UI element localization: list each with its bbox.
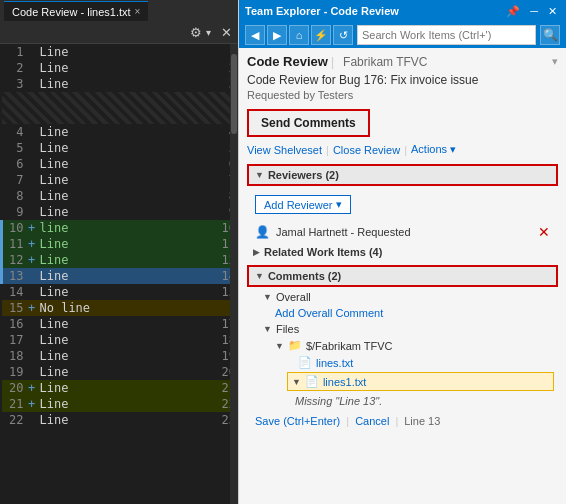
close-review-link[interactable]: Close Review (333, 144, 400, 156)
table-row: 3 Line 3 (2, 76, 239, 92)
te-pin-icon[interactable]: 📌 (503, 4, 523, 19)
line-number-left: 19 (2, 364, 26, 380)
line-content: Line (38, 236, 215, 252)
file1-icon: 📄 (298, 356, 312, 369)
line-content: Line (38, 380, 215, 396)
line-content: Line (38, 268, 215, 284)
files-expand-icon[interactable]: ▼ (263, 324, 272, 334)
table-row: 9 Line 9 (2, 204, 239, 220)
te-nav-buttons: ◀ ▶ ⌂ ⚡ ↺ (245, 25, 353, 45)
team-explorer-panel: Team Explorer - Code Review 📌 ─ ✕ ◀ ▶ ⌂ … (238, 0, 566, 504)
line-content: Line (38, 156, 215, 172)
file2-expand-icon[interactable]: ▼ (292, 377, 301, 387)
table-row: 7 Line 7 (2, 172, 239, 188)
te-close-header-icon[interactable]: ✕ (545, 4, 560, 19)
file2-label[interactable]: lines1.txt (323, 376, 366, 388)
editor-close-icon[interactable]: ✕ (219, 23, 234, 42)
code-table: 1 Line 1 2 Line 2 3 Line 3 4 Line 4 5 Li… (0, 44, 238, 428)
overall-row: ▼ Overall (247, 289, 558, 305)
editor-tab-active[interactable]: Code Review - lines1.txt × (4, 1, 148, 21)
table-row: 14 Line 15 (2, 284, 239, 300)
line-content: Line (38, 364, 215, 380)
reviewers-content: Add Reviewer ▾ 👤 Jamal Hartnett - Reques… (247, 188, 558, 243)
te-home-button[interactable]: ⌂ (289, 25, 309, 45)
line-number-left: 6 (2, 156, 26, 172)
comment-save-link[interactable]: Save (Ctrl+Enter) (255, 415, 340, 427)
te-forward-button[interactable]: ▶ (267, 25, 287, 45)
reviewer-remove-button[interactable]: ✕ (538, 224, 550, 240)
table-row: 10 + line 10 (2, 220, 239, 236)
send-comments-button[interactable]: Send Comments (247, 109, 370, 137)
reviewer-row: 👤 Jamal Hartnett - Requested ✕ (247, 221, 558, 243)
line-indicator (26, 44, 38, 60)
cr-description: Code Review for Bug 176: Fix invoice iss… (247, 73, 558, 87)
editor-toolbar: ⚙ ▾ ✕ (0, 22, 238, 44)
table-row: 2 Line 2 (2, 60, 239, 76)
reviewers-expand-icon: ▼ (255, 170, 264, 180)
line-number-left: 4 (2, 124, 26, 140)
search-button[interactable]: 🔍 (540, 25, 560, 45)
te-search-bar: ◀ ▶ ⌂ ⚡ ↺ 🔍 (239, 22, 566, 48)
te-title: Team Explorer - Code Review (245, 5, 399, 17)
vertical-scrollbar[interactable] (230, 44, 238, 504)
line-content: Line (38, 252, 215, 268)
tab-label: Code Review - lines1.txt (12, 6, 131, 18)
te-minimize-icon[interactable]: ─ (527, 4, 541, 18)
settings-dropdown-icon[interactable]: ▾ (206, 27, 211, 38)
line-number-left: 5 (2, 140, 26, 156)
file1-label[interactable]: lines.txt (316, 357, 353, 369)
line-number-left: 11 (2, 236, 26, 252)
table-row: 22 Line 23 (2, 412, 239, 428)
line-indicator (26, 412, 38, 428)
related-work-items-header[interactable]: ▶ Related Work Items (4) (247, 243, 558, 261)
line-indicator (26, 364, 38, 380)
actions-dropdown[interactable]: Actions ▾ (411, 143, 456, 156)
te-connect-button[interactable]: ⚡ (311, 25, 331, 45)
search-work-items-input[interactable] (357, 25, 536, 45)
line-number-left: 13 (2, 268, 26, 284)
line-content: Line (38, 412, 215, 428)
cr-title: Code Review (247, 54, 328, 69)
overall-label: Overall (276, 291, 311, 303)
line-indicator: + (26, 396, 38, 412)
comment-cancel-link[interactable]: Cancel (355, 415, 389, 427)
reviewers-section-header[interactable]: ▼ Reviewers (2) (247, 164, 558, 186)
comments-section-header[interactable]: ▼ Comments (2) (247, 265, 558, 287)
line-number-left: 14 (2, 284, 26, 300)
table-row: 12 + Line 12 (2, 252, 239, 268)
cr-dropdown-icon[interactable]: ▾ (552, 55, 558, 68)
add-overall-comment-link[interactable]: Add Overall Comment (275, 307, 383, 319)
reviewers-title: Reviewers (2) (268, 169, 339, 181)
line-indicator (26, 268, 38, 284)
tab-close-icon[interactable]: × (135, 7, 141, 17)
table-row: 1 Line 1 (2, 44, 239, 60)
te-header: Team Explorer - Code Review 📌 ─ ✕ (239, 0, 566, 22)
comments-expand-icon: ▼ (255, 271, 264, 281)
folder-expand-icon[interactable]: ▼ (275, 341, 284, 351)
view-shelveset-link[interactable]: View Shelveset (247, 144, 322, 156)
te-back-button[interactable]: ◀ (245, 25, 265, 45)
add-reviewer-button[interactable]: Add Reviewer ▾ (255, 195, 351, 214)
files-label: Files (276, 323, 299, 335)
line-number-left: 2 (2, 60, 26, 76)
table-row: 17 Line 18 (2, 332, 239, 348)
line-indicator (26, 284, 38, 300)
overall-expand-icon[interactable]: ▼ (263, 292, 272, 302)
line-content: line (38, 220, 215, 236)
line-number-left: 17 (2, 332, 26, 348)
line-indicator: + (26, 236, 38, 252)
action-links: View Shelveset | Close Review | Actions … (247, 143, 558, 156)
add-overall-comment-row: Add Overall Comment (247, 305, 558, 321)
table-row: 19 Line 20 (2, 364, 239, 380)
gear-icon[interactable]: ⚙ (188, 23, 204, 42)
line-number-left: 16 (2, 316, 26, 332)
line-indicator (26, 332, 38, 348)
line-content: No line (38, 300, 215, 316)
file1-row: ▶ 📄 lines.txt (247, 354, 558, 371)
te-refresh-button[interactable]: ↺ (333, 25, 353, 45)
scrollbar-thumb[interactable] (231, 54, 237, 134)
table-row (2, 92, 239, 124)
line-indicator: + (26, 380, 38, 396)
file2-row: ▼ 📄 lines1.txt (287, 372, 554, 391)
line-content: Line (38, 140, 215, 156)
